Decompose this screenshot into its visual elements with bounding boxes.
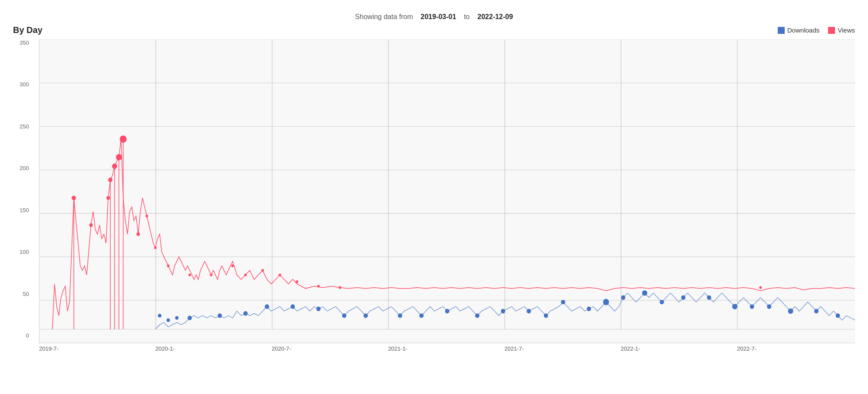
svg-point-44 [291, 304, 295, 309]
y-axis-labels: 350 300 250 200 150 100 50 0 [20, 39, 29, 339]
svg-point-53 [526, 309, 531, 313]
chart-svg [39, 39, 855, 343]
svg-point-25 [188, 273, 191, 276]
svg-point-59 [642, 290, 647, 296]
x-axis-labels: 2019-7- 2020-1- 2020-7- 2021-1- 2021-7- … [39, 345, 855, 352]
downloads-color-swatch [778, 27, 785, 34]
svg-point-42 [243, 311, 248, 315]
svg-point-66 [788, 309, 793, 314]
svg-point-34 [759, 286, 762, 289]
downloads-label: Downloads [787, 26, 819, 34]
svg-point-68 [835, 313, 840, 318]
svg-point-57 [603, 299, 609, 305]
legend-downloads: Downloads [778, 26, 819, 34]
date-from: 2019-03-01 [421, 13, 456, 20]
to-text: to [464, 13, 470, 20]
showing-text: Showing data from [355, 13, 413, 20]
svg-point-55 [561, 300, 566, 304]
svg-point-23 [154, 246, 157, 249]
y-label-300: 300 [20, 81, 29, 88]
svg-point-52 [501, 309, 505, 313]
svg-point-45 [316, 307, 321, 311]
svg-point-62 [707, 295, 711, 299]
svg-point-56 [587, 307, 591, 311]
svg-point-48 [398, 313, 402, 318]
svg-point-51 [475, 313, 480, 318]
date-range-header: Showing data from 2019-03-01 to 2022-12-… [13, 13, 855, 21]
x-label-2020-1: 2020-1- [155, 345, 175, 352]
svg-point-58 [621, 295, 625, 299]
y-label-250: 250 [20, 123, 29, 130]
svg-point-70 [167, 318, 170, 322]
y-label-50: 50 [20, 291, 29, 297]
views-label: Views [838, 26, 855, 34]
views-color-swatch [828, 27, 835, 34]
svg-point-49 [419, 313, 424, 318]
svg-point-16 [106, 196, 110, 200]
svg-point-50 [445, 309, 450, 313]
svg-point-60 [660, 300, 664, 304]
svg-point-71 [175, 316, 179, 319]
svg-point-21 [137, 232, 140, 236]
y-label-200: 200 [20, 165, 29, 171]
y-label-150: 150 [20, 207, 29, 213]
x-label-2021-1: 2021-1- [388, 345, 408, 352]
svg-point-64 [750, 304, 754, 309]
x-label-2021-7: 2021-7- [504, 345, 524, 352]
svg-point-24 [167, 265, 170, 267]
svg-point-29 [261, 269, 264, 272]
chart-wrapper: 350 300 250 200 150 100 50 0 [39, 39, 855, 352]
svg-point-54 [544, 313, 548, 318]
chart-legend: Downloads Views [778, 26, 855, 34]
svg-point-47 [364, 313, 368, 318]
svg-point-69 [158, 314, 161, 317]
svg-point-43 [265, 304, 269, 309]
svg-point-22 [145, 215, 148, 217]
svg-point-26 [210, 273, 213, 276]
svg-point-15 [89, 223, 93, 227]
chart-title: By Day [13, 25, 43, 35]
x-label-2022-1: 2022-1- [621, 345, 640, 352]
svg-point-67 [814, 309, 819, 313]
x-label-2020-7: 2020-7- [272, 345, 291, 352]
svg-point-63 [732, 304, 737, 309]
chart-area [39, 39, 855, 343]
legend-views: Views [828, 26, 855, 34]
svg-point-32 [317, 285, 320, 287]
svg-point-31 [296, 280, 298, 283]
svg-point-28 [244, 273, 247, 276]
svg-point-41 [217, 313, 222, 318]
svg-point-27 [231, 265, 234, 267]
svg-point-46 [342, 313, 346, 318]
y-label-0: 0 [20, 332, 29, 339]
chart-with-yaxis: 350 300 250 200 150 100 50 0 [39, 39, 855, 352]
y-label-100: 100 [20, 249, 29, 255]
svg-point-30 [279, 273, 281, 276]
chart-header: By Day Downloads Views [13, 25, 855, 35]
x-label-2022-7: 2022-7- [737, 345, 756, 352]
x-label-2019-7: 2019-7- [39, 345, 59, 352]
svg-point-40 [187, 315, 192, 320]
svg-point-33 [339, 286, 341, 289]
svg-point-61 [681, 295, 685, 299]
y-label-350: 350 [20, 39, 29, 46]
date-to: 2022-12-09 [477, 13, 513, 20]
svg-point-65 [767, 304, 771, 309]
